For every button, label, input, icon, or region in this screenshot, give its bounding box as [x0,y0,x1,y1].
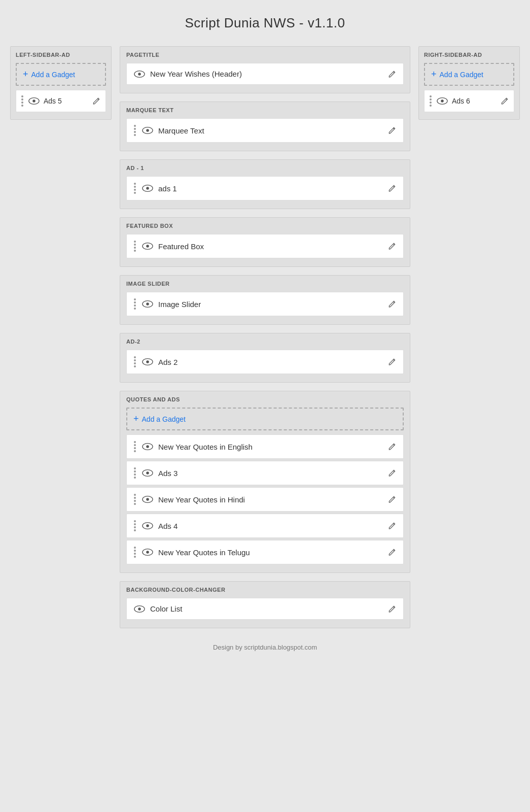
quotes-gadget-name-2: New Year Quotes in Hindi [158,495,383,504]
section-ad2-label: AD-2 [126,339,404,345]
eye-icon[interactable] [437,97,448,105]
edit-icon[interactable] [388,605,396,613]
section-bgcolor: BACKGROUND-COLOR-CHANGER Color List [120,581,410,628]
edit-icon[interactable] [388,184,396,192]
quotes-add-gadget-label: Add a Gadget [142,415,186,423]
quotes-gadget-row-2: New Year Quotes in Hindi [126,487,404,512]
svg-point-3 [138,73,141,76]
section-imageslider-label: IMAGE SLIDER [126,281,404,287]
eye-icon[interactable] [142,184,153,192]
plus-icon: + [23,69,28,80]
section-pagetitle: PAGETITLE New Year Wishes (Header) [120,46,410,93]
drag-handle[interactable] [134,298,137,310]
quotes-gadget-name-1: Ads 3 [158,469,383,478]
edit-icon[interactable] [388,548,396,556]
svg-point-23 [146,551,149,554]
marquee-gadget-row: Marquee Text [126,118,404,143]
add-gadget-label: Add a Gadget [31,71,75,79]
section-quotes: QUOTES AND ADS + Add a Gadget New Year Q… [120,391,410,573]
drag-handle[interactable] [134,241,137,252]
eye-icon[interactable] [142,443,153,451]
section-ad1-label: AD - 1 [126,165,404,171]
drag-handle[interactable] [134,125,137,136]
svg-point-15 [146,445,149,448]
ad2-gadget-name: Ads 2 [158,358,383,366]
eye-icon[interactable] [28,97,40,105]
edit-icon[interactable] [388,126,396,134]
eye-icon[interactable] [142,300,153,308]
featured-gadget-name: Featured Box [158,242,383,251]
edit-icon[interactable] [388,522,396,530]
eye-icon[interactable] [142,495,153,503]
edit-icon[interactable] [388,242,396,250]
drag-handle[interactable] [134,520,137,531]
edit-icon[interactable] [388,300,396,308]
eye-icon[interactable] [142,358,153,366]
quotes-gadget-row-0: New Year Quotes in English [126,434,404,459]
section-imageslider: IMAGE SLIDER Image Slider [120,275,410,325]
drag-handle[interactable] [134,547,137,558]
section-bgcolor-label: BACKGROUND-COLOR-CHANGER [126,587,404,593]
edit-icon[interactable] [388,469,396,477]
right-sidebar-add-gadget-button[interactable]: + Add a Gadget [424,63,514,86]
svg-point-5 [146,129,149,132]
featured-gadget-row: Featured Box [126,234,404,258]
imageslider-gadget-name: Image Slider [158,300,383,309]
edit-icon[interactable] [388,495,396,503]
section-pagetitle-label: PAGETITLE [126,52,404,58]
left-sidebar-label: LEFT-SIDEBAR-AD [16,52,106,58]
section-marquee-label: MARQUEE TEXT [126,107,404,113]
eye-icon[interactable] [134,70,145,78]
drag-handle[interactable] [134,467,137,479]
svg-point-17 [146,471,149,475]
edit-icon[interactable] [501,97,509,105]
center-column: PAGETITLE New Year Wishes (Header) MARQU… [120,46,410,628]
main-layout: LEFT-SIDEBAR-AD + Add a Gadget Ads 5 PAG… [10,46,520,628]
edit-icon[interactable] [388,358,396,366]
svg-point-7 [146,187,149,190]
section-quotes-label: QUOTES AND ADS [126,396,404,402]
edit-icon[interactable] [92,97,100,105]
drag-handle[interactable] [430,95,433,107]
svg-point-13 [146,360,149,363]
bgcolor-gadget-name: Color List [150,604,383,613]
plus-icon: + [133,414,139,424]
section-featured: FEATURED BOX Featured Box [120,217,410,267]
pagetitle-gadget-name: New Year Wishes (Header) [150,70,383,78]
eye-icon[interactable] [142,548,153,556]
bgcolor-gadget-row: Color List [126,598,404,620]
svg-point-27 [441,99,444,103]
quotes-gadget-name-0: New Year Quotes in English [158,443,383,451]
drag-handle[interactable] [21,95,24,107]
quotes-gadget-row-3: Ads 4 [126,514,404,538]
edit-icon[interactable] [388,443,396,451]
section-ad1: AD - 1 ads 1 [120,159,410,209]
right-add-gadget-label: Add a Gadget [440,71,483,79]
quotes-gadget-row-1: Ads 3 [126,461,404,485]
svg-point-21 [146,524,149,527]
quotes-add-gadget-button[interactable]: + Add a Gadget [126,408,404,430]
eye-icon[interactable] [134,605,145,613]
eye-icon[interactable] [142,126,153,134]
eye-icon[interactable] [142,242,153,250]
quotes-gadget-name-3: Ads 4 [158,522,383,530]
plus-icon: + [431,69,437,80]
quotes-gadget-name-4: New Year Quotes in Telugu [158,548,383,557]
eye-icon[interactable] [142,522,153,530]
svg-point-11 [146,302,149,306]
eye-icon[interactable] [142,469,153,477]
edit-icon[interactable] [388,70,396,78]
drag-handle[interactable] [134,356,137,367]
left-sidebar-gadget-name: Ads 5 [44,97,88,105]
svg-point-25 [138,607,141,611]
right-sidebar-gadget-name: Ads 6 [452,97,497,105]
drag-handle[interactable] [134,183,137,194]
drag-handle[interactable] [134,441,137,452]
left-sidebar-add-gadget-button[interactable]: + Add a Gadget [16,63,106,86]
ad1-gadget-row: ads 1 [126,176,404,200]
page-title: Script Dunia NWS - v1.1.0 [10,15,520,31]
footer: Design by scriptdunia.blogspot.com [10,644,520,651]
left-sidebar: LEFT-SIDEBAR-AD + Add a Gadget Ads 5 [10,46,112,120]
drag-handle[interactable] [134,494,137,505]
ad2-gadget-row: Ads 2 [126,350,404,374]
